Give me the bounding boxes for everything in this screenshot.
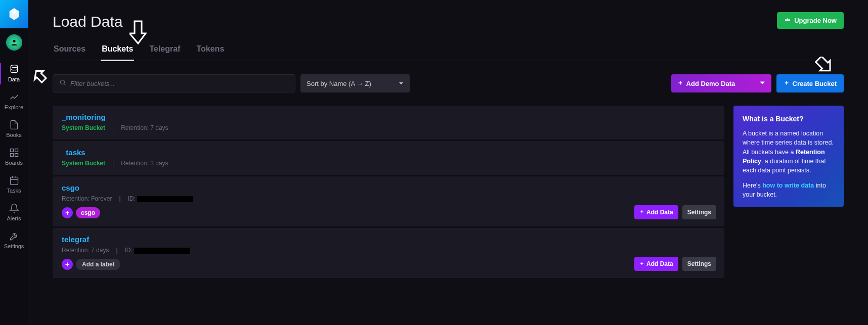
add-data-button[interactable]: Add Data (634, 205, 678, 219)
bell-icon (9, 203, 20, 214)
tabs: Sources Buckets Telegraf Tokens (53, 42, 844, 61)
wrench-icon (9, 230, 20, 242)
how-to-write-link[interactable]: how to write data (762, 182, 814, 189)
svg-point-1 (11, 65, 17, 68)
svg-point-10 (60, 80, 64, 84)
plus-icon (677, 80, 683, 87)
bucket-name[interactable]: _tasks (62, 148, 715, 157)
add-demo-data-button[interactable]: Add Demo Data (671, 74, 771, 92)
add-data-button[interactable]: Add Data (634, 257, 678, 271)
bucket-name[interactable]: telegraf (62, 235, 715, 244)
upgrade-label: Upgrade Now (794, 17, 837, 24)
divider: | (119, 195, 120, 202)
id-value-redacted (134, 248, 190, 254)
nav-alerts[interactable]: Alerts (0, 199, 28, 226)
retention-label: Retention: 7 days (62, 247, 109, 254)
nav-settings[interactable]: Settings (0, 226, 28, 254)
retention-label: Retention: 7 days (121, 124, 168, 131)
nav-label: Settings (4, 243, 24, 249)
avatar[interactable] (6, 34, 22, 51)
tab-sources[interactable]: Sources (53, 42, 86, 61)
nav-explore[interactable]: Explore (0, 87, 28, 115)
bucket-settings-button[interactable]: Settings (682, 257, 716, 271)
sidebar: Data Explore Books Boards Tasks Alerts S… (0, 0, 28, 325)
id-label: ID: (125, 247, 133, 254)
info-title: What is a Bucket? (743, 114, 835, 124)
database-icon (9, 64, 20, 75)
page-title: Load Data (53, 13, 844, 30)
nav-label: Boards (5, 160, 23, 166)
svg-rect-4 (15, 154, 18, 157)
divider: | (116, 247, 117, 254)
explore-icon (9, 91, 20, 103)
tag-pill[interactable]: csgo (76, 207, 100, 218)
bucket-card: _monitoring System Bucket | Retention: 7… (53, 106, 724, 140)
svg-rect-2 (10, 149, 13, 152)
boards-icon (9, 147, 20, 158)
upgrade-button[interactable]: Upgrade Now (777, 12, 844, 29)
system-badge: System Bucket (62, 124, 105, 131)
plus-icon (784, 80, 790, 87)
demo-label: Add Demo Data (686, 80, 735, 87)
nav-tasks[interactable]: Tasks (0, 171, 28, 199)
main-content: Load Data Upgrade Now Sources Buckets Te… (28, 0, 868, 325)
nav-label: Data (8, 76, 20, 82)
tab-tokens[interactable]: Tokens (195, 42, 225, 61)
add-label-pill[interactable]: Add a label (76, 259, 120, 270)
bucket-card: _tasks System Bucket | Retention: 3 days (53, 141, 724, 175)
retention-label: Retention: Forever (62, 195, 112, 202)
calendar-icon (9, 175, 20, 186)
search-icon (59, 79, 66, 88)
info-paragraph: Here's how to write data into your bucke… (743, 181, 835, 199)
nav-label: Alerts (7, 215, 21, 221)
logo[interactable] (0, 0, 28, 28)
bucket-list: _monitoring System Bucket | Retention: 7… (53, 106, 724, 279)
crown-icon (784, 16, 791, 25)
nav-label: Books (6, 132, 22, 138)
filter-input-wrap[interactable] (53, 74, 295, 92)
info-panel: What is a Bucket? A bucket is a named lo… (733, 106, 844, 207)
bucket-settings-button[interactable]: Settings (682, 205, 716, 219)
create-bucket-button[interactable]: Create Bucket (776, 74, 844, 92)
nav-boards[interactable]: Boards (0, 143, 28, 171)
bucket-card: telegraf Retention: 7 days | ID: + Add a… (53, 228, 724, 278)
chevron-down-icon (399, 80, 404, 87)
svg-rect-3 (15, 149, 18, 152)
annotation-arrow (31, 69, 54, 91)
system-badge: System Bucket (62, 160, 105, 167)
create-label: Create Bucket (793, 80, 837, 87)
nav-books[interactable]: Books (0, 115, 28, 143)
divider: | (112, 160, 114, 167)
nav-label: Explore (5, 104, 23, 110)
bucket-card: csgo Retention: Forever | ID: + csgo Add… (53, 176, 724, 227)
plus-icon (639, 209, 644, 216)
info-paragraph: A bucket is a named location where time … (743, 129, 835, 175)
bucket-name[interactable]: csgo (62, 183, 715, 192)
add-tag-button[interactable]: + (62, 207, 73, 218)
plus-icon (639, 260, 644, 267)
svg-point-0 (13, 40, 15, 42)
svg-rect-5 (10, 154, 13, 157)
toolbar: Sort by Name (A → Z) Add Demo Data Creat… (53, 74, 844, 92)
filter-input[interactable] (70, 80, 289, 87)
retention-label: Retention: 3 days (121, 160, 168, 167)
sort-dropdown[interactable]: Sort by Name (A → Z) (300, 74, 410, 92)
nav-data[interactable]: Data (0, 60, 28, 87)
sort-label: Sort by Name (A → Z) (307, 80, 371, 87)
tab-telegraf[interactable]: Telegraf (148, 42, 181, 61)
add-tag-button[interactable]: + (62, 259, 73, 270)
divider: | (112, 124, 114, 131)
svg-rect-6 (10, 177, 18, 184)
nav-label: Tasks (7, 188, 21, 194)
book-icon (9, 119, 20, 130)
id-label: ID: (128, 195, 136, 202)
svg-line-11 (64, 84, 66, 85)
id-value-redacted (137, 196, 193, 202)
tab-buckets[interactable]: Buckets (101, 42, 134, 61)
bucket-name[interactable]: _monitoring (62, 113, 715, 121)
chevron-down-icon (759, 80, 765, 87)
